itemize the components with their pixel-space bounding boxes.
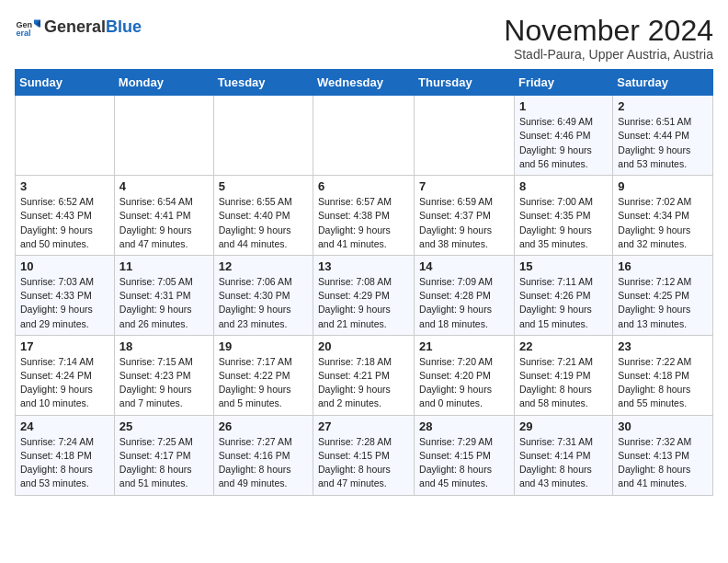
calendar-day-cell: 9Sunrise: 7:02 AM Sunset: 4:34 PM Daylig… bbox=[613, 176, 713, 256]
day-info: Sunrise: 7:12 AM Sunset: 4:25 PM Dayligh… bbox=[618, 275, 708, 331]
calendar-day-cell: 15Sunrise: 7:11 AM Sunset: 4:26 PM Dayli… bbox=[514, 255, 612, 335]
day-of-week-header: Wednesday bbox=[313, 70, 415, 96]
day-number: 19 bbox=[219, 339, 308, 353]
day-info: Sunrise: 6:54 AM Sunset: 4:41 PM Dayligh… bbox=[119, 195, 209, 251]
day-of-week-header: Friday bbox=[514, 70, 612, 96]
day-number: 11 bbox=[119, 259, 209, 273]
day-info: Sunrise: 7:20 AM Sunset: 4:20 PM Dayligh… bbox=[419, 355, 509, 411]
day-number: 20 bbox=[318, 339, 409, 353]
day-info: Sunrise: 7:02 AM Sunset: 4:34 PM Dayligh… bbox=[618, 195, 708, 251]
day-number: 17 bbox=[20, 339, 109, 353]
calendar-day-cell: 21Sunrise: 7:20 AM Sunset: 4:20 PM Dayli… bbox=[415, 335, 515, 415]
day-info: Sunrise: 7:25 AM Sunset: 4:17 PM Dayligh… bbox=[119, 435, 209, 491]
calendar-day-cell: 3Sunrise: 6:52 AM Sunset: 4:43 PM Daylig… bbox=[16, 176, 115, 256]
calendar-day-cell: 12Sunrise: 7:06 AM Sunset: 4:30 PM Dayli… bbox=[213, 255, 313, 335]
day-info: Sunrise: 7:27 AM Sunset: 4:16 PM Dayligh… bbox=[219, 435, 308, 491]
calendar-week-row: 17Sunrise: 7:14 AM Sunset: 4:24 PM Dayli… bbox=[16, 335, 713, 415]
calendar-day-cell: 2Sunrise: 6:51 AM Sunset: 4:44 PM Daylig… bbox=[613, 96, 713, 176]
day-info: Sunrise: 6:59 AM Sunset: 4:37 PM Dayligh… bbox=[419, 195, 509, 251]
month-title: November 2024 bbox=[504, 15, 713, 47]
calendar-day-cell bbox=[313, 96, 415, 176]
day-number: 12 bbox=[219, 259, 308, 273]
calendar-day-cell bbox=[415, 96, 515, 176]
day-number: 25 bbox=[119, 419, 209, 433]
day-number: 15 bbox=[519, 259, 608, 273]
day-info: Sunrise: 7:29 AM Sunset: 4:15 PM Dayligh… bbox=[419, 435, 509, 491]
calendar-day-cell: 7Sunrise: 6:59 AM Sunset: 4:37 PM Daylig… bbox=[415, 176, 515, 256]
day-info: Sunrise: 7:11 AM Sunset: 4:26 PM Dayligh… bbox=[519, 275, 608, 331]
day-number: 24 bbox=[20, 419, 109, 433]
calendar-week-row: 3Sunrise: 6:52 AM Sunset: 4:43 PM Daylig… bbox=[16, 176, 713, 256]
calendar-week-row: 1Sunrise: 6:49 AM Sunset: 4:46 PM Daylig… bbox=[16, 96, 713, 176]
calendar-day-cell: 23Sunrise: 7:22 AM Sunset: 4:18 PM Dayli… bbox=[613, 335, 713, 415]
calendar-day-cell: 18Sunrise: 7:15 AM Sunset: 4:23 PM Dayli… bbox=[114, 335, 213, 415]
day-number: 29 bbox=[519, 419, 608, 433]
logo-icon: Gen eral bbox=[15, 15, 40, 40]
calendar-day-cell: 28Sunrise: 7:29 AM Sunset: 4:15 PM Dayli… bbox=[415, 415, 515, 495]
day-info: Sunrise: 6:51 AM Sunset: 4:44 PM Dayligh… bbox=[618, 115, 708, 171]
day-number: 4 bbox=[119, 179, 209, 193]
page-header: Gen eral GeneralBlue November 2024 Stadl… bbox=[15, 15, 713, 62]
day-number: 8 bbox=[519, 179, 608, 193]
day-number: 6 bbox=[318, 179, 409, 193]
calendar-day-cell: 5Sunrise: 6:55 AM Sunset: 4:40 PM Daylig… bbox=[213, 176, 313, 256]
day-number: 28 bbox=[419, 419, 509, 433]
day-number: 10 bbox=[20, 259, 109, 273]
day-info: Sunrise: 6:52 AM Sunset: 4:43 PM Dayligh… bbox=[20, 195, 109, 251]
day-info: Sunrise: 7:21 AM Sunset: 4:19 PM Dayligh… bbox=[519, 355, 608, 411]
day-info: Sunrise: 7:15 AM Sunset: 4:23 PM Dayligh… bbox=[119, 355, 209, 411]
day-number: 7 bbox=[419, 179, 509, 193]
day-info: Sunrise: 7:28 AM Sunset: 4:15 PM Dayligh… bbox=[318, 435, 409, 491]
day-number: 26 bbox=[219, 419, 308, 433]
day-number: 13 bbox=[318, 259, 409, 273]
calendar-day-cell: 19Sunrise: 7:17 AM Sunset: 4:22 PM Dayli… bbox=[213, 335, 313, 415]
calendar-day-cell: 22Sunrise: 7:21 AM Sunset: 4:19 PM Dayli… bbox=[514, 335, 612, 415]
day-number: 23 bbox=[618, 339, 708, 353]
day-info: Sunrise: 7:09 AM Sunset: 4:28 PM Dayligh… bbox=[419, 275, 509, 331]
day-number: 16 bbox=[618, 259, 708, 273]
calendar-day-cell: 4Sunrise: 6:54 AM Sunset: 4:41 PM Daylig… bbox=[114, 176, 213, 256]
location-text: Stadl-Paura, Upper Austria, Austria bbox=[504, 47, 713, 62]
calendar-day-cell: 8Sunrise: 7:00 AM Sunset: 4:35 PM Daylig… bbox=[514, 176, 612, 256]
calendar-day-cell: 16Sunrise: 7:12 AM Sunset: 4:25 PM Dayli… bbox=[613, 255, 713, 335]
day-number: 30 bbox=[618, 419, 708, 433]
logo-blue-text: Blue bbox=[106, 17, 142, 36]
calendar-day-cell: 30Sunrise: 7:32 AM Sunset: 4:13 PM Dayli… bbox=[613, 415, 713, 495]
calendar-week-row: 10Sunrise: 7:03 AM Sunset: 4:33 PM Dayli… bbox=[16, 255, 713, 335]
calendar-week-row: 24Sunrise: 7:24 AM Sunset: 4:18 PM Dayli… bbox=[16, 415, 713, 495]
day-info: Sunrise: 7:24 AM Sunset: 4:18 PM Dayligh… bbox=[20, 435, 109, 491]
day-number: 9 bbox=[618, 179, 708, 193]
calendar-day-cell: 20Sunrise: 7:18 AM Sunset: 4:21 PM Dayli… bbox=[313, 335, 415, 415]
day-number: 27 bbox=[318, 419, 409, 433]
day-of-week-header: Thursday bbox=[415, 70, 515, 96]
day-info: Sunrise: 7:31 AM Sunset: 4:14 PM Dayligh… bbox=[519, 435, 608, 491]
logo: Gen eral GeneralBlue bbox=[15, 15, 142, 40]
day-info: Sunrise: 7:22 AM Sunset: 4:18 PM Dayligh… bbox=[618, 355, 708, 411]
day-number: 21 bbox=[419, 339, 509, 353]
calendar-day-cell: 29Sunrise: 7:31 AM Sunset: 4:14 PM Dayli… bbox=[514, 415, 612, 495]
day-number: 5 bbox=[219, 179, 308, 193]
day-info: Sunrise: 7:00 AM Sunset: 4:35 PM Dayligh… bbox=[519, 195, 608, 251]
day-info: Sunrise: 7:18 AM Sunset: 4:21 PM Dayligh… bbox=[318, 355, 409, 411]
svg-text:eral: eral bbox=[16, 29, 30, 38]
calendar-day-cell bbox=[16, 96, 115, 176]
calendar-day-cell: 26Sunrise: 7:27 AM Sunset: 4:16 PM Dayli… bbox=[213, 415, 313, 495]
day-info: Sunrise: 7:32 AM Sunset: 4:13 PM Dayligh… bbox=[618, 435, 708, 491]
day-info: Sunrise: 6:57 AM Sunset: 4:38 PM Dayligh… bbox=[318, 195, 409, 251]
title-block: November 2024 Stadl-Paura, Upper Austria… bbox=[504, 15, 713, 62]
day-of-week-header: Sunday bbox=[16, 70, 115, 96]
calendar-day-cell: 25Sunrise: 7:25 AM Sunset: 4:17 PM Dayli… bbox=[114, 415, 213, 495]
day-number: 3 bbox=[20, 179, 109, 193]
day-number: 1 bbox=[519, 99, 608, 113]
calendar-day-cell bbox=[114, 96, 213, 176]
calendar-day-cell: 1Sunrise: 6:49 AM Sunset: 4:46 PM Daylig… bbox=[514, 96, 612, 176]
calendar-day-cell: 10Sunrise: 7:03 AM Sunset: 4:33 PM Dayli… bbox=[16, 255, 115, 335]
calendar-day-cell: 24Sunrise: 7:24 AM Sunset: 4:18 PM Dayli… bbox=[16, 415, 115, 495]
calendar-day-cell: 17Sunrise: 7:14 AM Sunset: 4:24 PM Dayli… bbox=[16, 335, 115, 415]
day-of-week-header: Saturday bbox=[613, 70, 713, 96]
day-info: Sunrise: 7:03 AM Sunset: 4:33 PM Dayligh… bbox=[20, 275, 109, 331]
day-info: Sunrise: 7:17 AM Sunset: 4:22 PM Dayligh… bbox=[219, 355, 308, 411]
day-info: Sunrise: 6:55 AM Sunset: 4:40 PM Dayligh… bbox=[219, 195, 308, 251]
logo-general-text: General bbox=[44, 17, 106, 36]
day-number: 2 bbox=[618, 99, 708, 113]
